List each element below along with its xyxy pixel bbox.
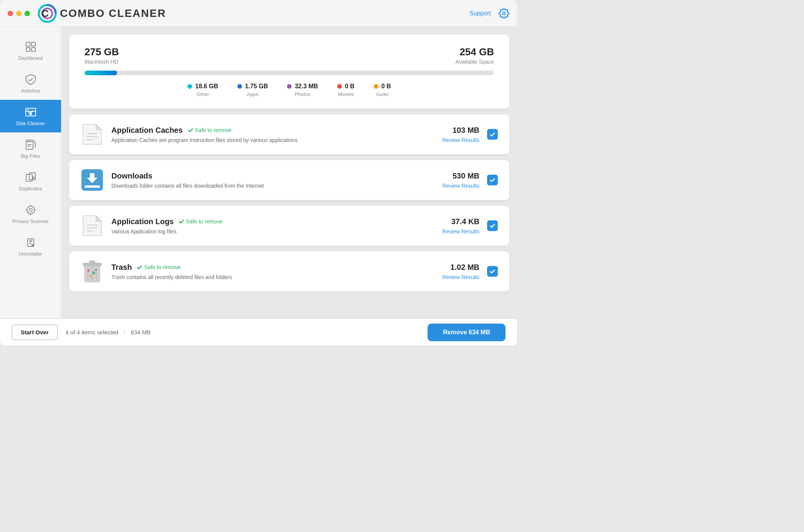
svg-rect-25 bbox=[90, 173, 94, 179]
legend-item-photos: 32.3 MB Photos bbox=[287, 83, 318, 97]
legend-item-apps: 1.75 GB Apps bbox=[237, 83, 268, 97]
legend-name-apps: Apps bbox=[247, 91, 259, 97]
svg-rect-10 bbox=[26, 142, 33, 149]
app-caches-size: 103 MB bbox=[453, 126, 479, 135]
header-right: Support bbox=[469, 8, 509, 19]
sidebar-label-dashboard: Dashboard bbox=[18, 55, 43, 61]
checkmark-icon-trash bbox=[136, 264, 143, 270]
app-caches-info: Application Caches Safe to remove Applic… bbox=[111, 126, 435, 143]
logo-icon: C bbox=[38, 4, 57, 23]
downloads-review-link[interactable]: Review Results bbox=[443, 183, 479, 189]
trash-review-link[interactable]: Review Results bbox=[443, 274, 479, 280]
uninstaller-icon bbox=[25, 236, 37, 249]
app-logs-desc: Various Application log files bbox=[111, 228, 435, 235]
app-logs-icon bbox=[81, 214, 104, 237]
svg-point-38 bbox=[87, 269, 90, 272]
sidebar-item-antivirus[interactable]: Antivirus bbox=[0, 67, 61, 100]
legend-item-other: 18.6 GB Other bbox=[187, 83, 218, 97]
trash-desc: Trash contains all recently deleted file… bbox=[111, 274, 435, 280]
big-files-icon: GB bbox=[25, 139, 37, 151]
svg-marker-14 bbox=[32, 177, 35, 179]
svg-point-39 bbox=[92, 271, 95, 274]
app-caches-icon bbox=[81, 123, 104, 146]
legend-dot-movies bbox=[337, 84, 342, 89]
total-size: 634 MB bbox=[131, 329, 151, 335]
app-logs-safe-badge: Safe to remove bbox=[178, 218, 222, 225]
disk-total-section: 275 GB Macintosh HD bbox=[85, 46, 119, 65]
checkbox-check-icon-4 bbox=[489, 268, 496, 274]
trash-right: 1.02 MB Review Results bbox=[443, 263, 479, 280]
app-caches-title: Application Caches bbox=[111, 126, 183, 135]
downloads-checkbox[interactable] bbox=[487, 175, 498, 185]
legend-dot-audio bbox=[374, 84, 378, 89]
disk-cleaner-icon bbox=[25, 106, 37, 118]
sidebar-item-big-files[interactable]: GB Big Files bbox=[0, 132, 61, 165]
content-area: 275 GB Macintosh HD 254 GB Available Spa… bbox=[61, 27, 517, 319]
support-link[interactable]: Support bbox=[469, 10, 491, 17]
app-caches-safe-label: Safe to remove bbox=[195, 127, 232, 133]
app-caches-checkbox[interactable] bbox=[487, 129, 498, 140]
app-logs-info: Application Logs Safe to remove Various … bbox=[111, 217, 435, 235]
disk-available-size: 254 GB bbox=[456, 46, 494, 58]
sidebar-item-duplicates[interactable]: Duplicates bbox=[0, 165, 61, 198]
trash-size: 1.02 MB bbox=[450, 263, 479, 272]
legend-name-movies: Movies bbox=[338, 91, 354, 97]
legend-item-audio: 0 B Audio bbox=[374, 83, 391, 97]
duplicates-icon bbox=[25, 171, 37, 183]
divider: | bbox=[124, 329, 125, 335]
remove-button[interactable]: Remove 634 MB bbox=[428, 324, 506, 341]
privacy-scanner-icon bbox=[25, 204, 37, 216]
legend-value-photos: 32.3 MB bbox=[295, 83, 318, 90]
start-over-button[interactable]: Start Over bbox=[12, 324, 58, 340]
sidebar-item-uninstaller[interactable]: Uninstaller bbox=[0, 230, 61, 263]
sidebar-item-privacy-scanner[interactable]: Privacy Scanner bbox=[0, 198, 61, 230]
sidebar-item-dashboard[interactable]: Dashboard bbox=[0, 35, 61, 67]
sidebar-label-disk-cleaner: Disk Cleaner bbox=[16, 121, 45, 126]
disk-total-size: 275 GB bbox=[85, 46, 119, 58]
result-card-trash: Trash Safe to remove Trash contains all … bbox=[69, 251, 509, 291]
result-card-app-logs: Application Logs Safe to remove Various … bbox=[69, 206, 509, 246]
svg-rect-6 bbox=[26, 48, 30, 51]
app-window: C COMBO CLEANER Support Dashb bbox=[0, 0, 517, 345]
checkmark-icon-logs bbox=[178, 218, 184, 225]
checkmark-icon bbox=[187, 127, 194, 133]
svg-point-15 bbox=[27, 206, 35, 214]
app-title: COMBO CLEANER bbox=[60, 7, 166, 20]
svg-point-41 bbox=[95, 269, 97, 271]
sidebar-label-big-files: Big Files bbox=[21, 153, 40, 159]
app-caches-review-link[interactable]: Review Results bbox=[443, 137, 479, 143]
svg-marker-28 bbox=[96, 216, 101, 221]
disk-progress-bar bbox=[85, 71, 494, 75]
sidebar-label-uninstaller: Uninstaller bbox=[19, 251, 42, 257]
legend-name-photos: Photos bbox=[295, 91, 310, 97]
disk-info-card: 275 GB Macintosh HD 254 GB Available Spa… bbox=[69, 35, 509, 109]
checkbox-check-icon-2 bbox=[489, 177, 496, 183]
app-caches-safe-badge: Safe to remove bbox=[187, 127, 232, 133]
maximize-button[interactable] bbox=[25, 11, 30, 16]
selection-info: 4 of 4 items selected | 634 MB bbox=[66, 329, 420, 335]
downloads-info: Downloads Downloads folder contains all … bbox=[111, 172, 435, 189]
title-bar: C COMBO CLEANER Support bbox=[0, 0, 517, 27]
legend-dot-apps bbox=[237, 84, 242, 89]
app-logs-checkbox[interactable] bbox=[487, 220, 498, 231]
legend-item-movies: 0 B Movies bbox=[337, 83, 355, 97]
legend-dot-other bbox=[187, 84, 192, 89]
sidebar-label-privacy-scanner: Privacy Scanner bbox=[12, 218, 49, 224]
svg-point-3 bbox=[503, 12, 506, 15]
main-layout: Dashboard Antivirus Disk Cl bbox=[0, 27, 517, 319]
disk-name: Macintosh HD bbox=[85, 59, 119, 65]
trash-checkbox[interactable] bbox=[487, 266, 498, 277]
sidebar-label-antivirus: Antivirus bbox=[21, 88, 40, 94]
app-caches-right: 103 MB Review Results bbox=[443, 126, 479, 143]
minimize-button[interactable] bbox=[16, 11, 22, 16]
close-button[interactable] bbox=[8, 11, 13, 16]
settings-icon[interactable] bbox=[499, 8, 509, 19]
svg-rect-5 bbox=[31, 42, 35, 46]
disk-available-section: 254 GB Available Space bbox=[456, 46, 494, 65]
app-logs-review-link[interactable]: Review Results bbox=[443, 228, 479, 235]
legend-value-movies: 0 B bbox=[345, 83, 355, 90]
svg-rect-4 bbox=[26, 42, 30, 46]
sidebar-item-disk-cleaner[interactable]: Disk Cleaner bbox=[0, 100, 61, 132]
legend-value-audio: 0 B bbox=[381, 83, 391, 90]
legend-name-audio: Audio bbox=[376, 91, 389, 97]
